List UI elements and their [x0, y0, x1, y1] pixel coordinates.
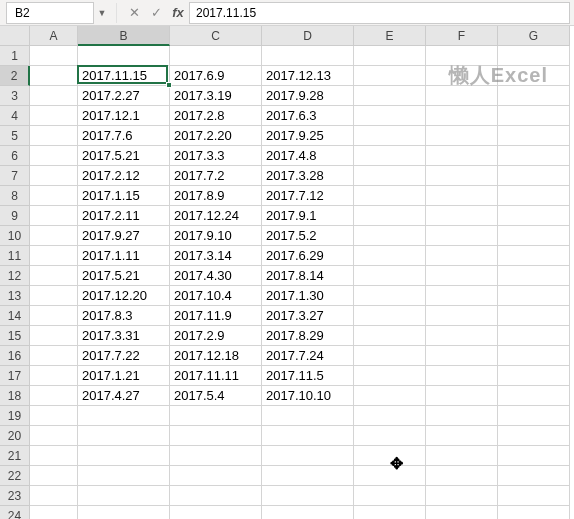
- column-header-d[interactable]: D: [262, 26, 354, 46]
- cell[interactable]: 2017.9.25: [262, 126, 354, 146]
- cell[interactable]: [426, 446, 498, 466]
- cell[interactable]: 2017.9.10: [170, 226, 262, 246]
- cell[interactable]: 2017.5.4: [170, 386, 262, 406]
- cell[interactable]: [354, 106, 426, 126]
- cell[interactable]: 2017.7.12: [262, 186, 354, 206]
- cell[interactable]: [262, 506, 354, 519]
- cell[interactable]: 2017.3.28: [262, 166, 354, 186]
- cell[interactable]: 2017.1.30: [262, 286, 354, 306]
- cell[interactable]: [426, 366, 498, 386]
- cell[interactable]: [354, 466, 426, 486]
- cell[interactable]: 2017.11.9: [170, 306, 262, 326]
- cell[interactable]: [170, 506, 262, 519]
- cell[interactable]: [498, 186, 570, 206]
- cell[interactable]: 2017.11.11: [170, 366, 262, 386]
- cell[interactable]: [354, 186, 426, 206]
- row-header-24[interactable]: 24: [0, 506, 30, 519]
- cell[interactable]: [426, 146, 498, 166]
- column-header-c[interactable]: C: [170, 26, 262, 46]
- cell[interactable]: 2017.3.19: [170, 86, 262, 106]
- cell[interactable]: 2017.3.14: [170, 246, 262, 266]
- cell[interactable]: 2017.11.15: [78, 66, 170, 86]
- cell[interactable]: [426, 86, 498, 106]
- row-header-23[interactable]: 23: [0, 486, 30, 506]
- cell[interactable]: 2017.6.9: [170, 66, 262, 86]
- cell[interactable]: 2017.12.1: [78, 106, 170, 126]
- cell[interactable]: [426, 386, 498, 406]
- cell[interactable]: [498, 426, 570, 446]
- cell[interactable]: [30, 206, 78, 226]
- cell[interactable]: 2017.4.27: [78, 386, 170, 406]
- cell[interactable]: [426, 246, 498, 266]
- row-header-2[interactable]: 2: [0, 66, 30, 86]
- cell[interactable]: [426, 106, 498, 126]
- cell[interactable]: 2017.4.30: [170, 266, 262, 286]
- row-header-4[interactable]: 4: [0, 106, 30, 126]
- cell[interactable]: [498, 486, 570, 506]
- cell[interactable]: [426, 126, 498, 146]
- cell[interactable]: [262, 406, 354, 426]
- select-all-corner[interactable]: [0, 26, 30, 46]
- cell[interactable]: [498, 106, 570, 126]
- cell[interactable]: [498, 286, 570, 306]
- cell[interactable]: [498, 386, 570, 406]
- cell[interactable]: 2017.8.29: [262, 326, 354, 346]
- row-header-6[interactable]: 6: [0, 146, 30, 166]
- cells-area[interactable]: 2017.11.152017.6.92017.12.132017.2.27201…: [30, 46, 570, 519]
- row-header-7[interactable]: 7: [0, 166, 30, 186]
- column-header-f[interactable]: F: [426, 26, 498, 46]
- cell[interactable]: [354, 366, 426, 386]
- cell[interactable]: [354, 446, 426, 466]
- cell[interactable]: [78, 406, 170, 426]
- cell[interactable]: [498, 346, 570, 366]
- cell[interactable]: [354, 426, 426, 446]
- cell[interactable]: [78, 486, 170, 506]
- cell[interactable]: 2017.7.2: [170, 166, 262, 186]
- cell[interactable]: [30, 306, 78, 326]
- cell[interactable]: [78, 446, 170, 466]
- cell[interactable]: 2017.2.12: [78, 166, 170, 186]
- cell[interactable]: [354, 146, 426, 166]
- cell[interactable]: [498, 446, 570, 466]
- cell[interactable]: [426, 66, 498, 86]
- cell[interactable]: [426, 166, 498, 186]
- cell[interactable]: 2017.3.27: [262, 306, 354, 326]
- cell[interactable]: [30, 46, 78, 66]
- cell[interactable]: [262, 486, 354, 506]
- cell[interactable]: [30, 226, 78, 246]
- cell[interactable]: [354, 166, 426, 186]
- cell[interactable]: [262, 466, 354, 486]
- cell[interactable]: 2017.7.6: [78, 126, 170, 146]
- cell[interactable]: [354, 306, 426, 326]
- cell[interactable]: [426, 326, 498, 346]
- cell[interactable]: [498, 266, 570, 286]
- cell[interactable]: 2017.1.15: [78, 186, 170, 206]
- cell[interactable]: [426, 306, 498, 326]
- cell[interactable]: 2017.3.3: [170, 146, 262, 166]
- cell[interactable]: [498, 466, 570, 486]
- row-header-11[interactable]: 11: [0, 246, 30, 266]
- cell[interactable]: [30, 506, 78, 519]
- cell[interactable]: [30, 406, 78, 426]
- row-header-10[interactable]: 10: [0, 226, 30, 246]
- cell[interactable]: 2017.2.11: [78, 206, 170, 226]
- cell[interactable]: [170, 46, 262, 66]
- cell[interactable]: 2017.6.29: [262, 246, 354, 266]
- cell[interactable]: [30, 186, 78, 206]
- cell[interactable]: [354, 266, 426, 286]
- row-header-20[interactable]: 20: [0, 426, 30, 446]
- row-header-14[interactable]: 14: [0, 306, 30, 326]
- cell[interactable]: 2017.8.14: [262, 266, 354, 286]
- cell[interactable]: 2017.8.9: [170, 186, 262, 206]
- cell[interactable]: [354, 246, 426, 266]
- cell[interactable]: [498, 506, 570, 519]
- cell[interactable]: [30, 426, 78, 446]
- cell[interactable]: [498, 206, 570, 226]
- cell[interactable]: [30, 66, 78, 86]
- cell[interactable]: 2017.2.20: [170, 126, 262, 146]
- cell[interactable]: 2017.3.31: [78, 326, 170, 346]
- cell[interactable]: [30, 486, 78, 506]
- cell[interactable]: [426, 346, 498, 366]
- row-header-5[interactable]: 5: [0, 126, 30, 146]
- cell[interactable]: [30, 246, 78, 266]
